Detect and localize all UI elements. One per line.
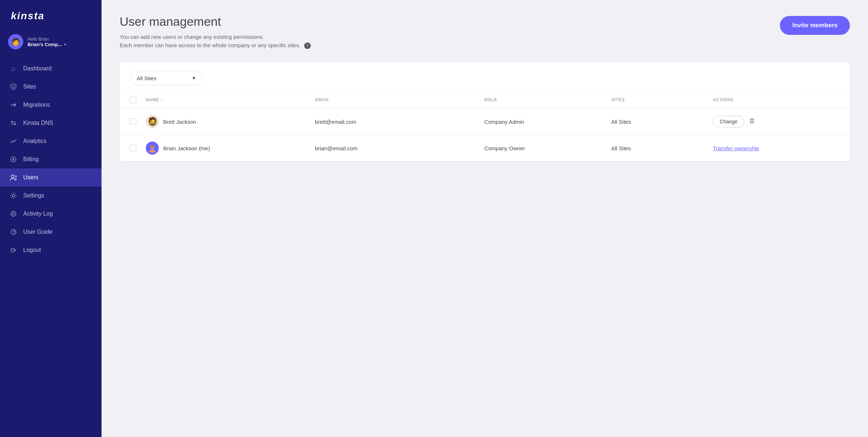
logo: kinsta xyxy=(0,0,102,29)
svg-point-11 xyxy=(151,145,154,148)
sidebar-item-migrations[interactable]: Migrations xyxy=(0,96,102,114)
activity-log-icon xyxy=(9,210,17,218)
sort-icon: ↑ xyxy=(161,97,163,102)
row-checkbox-cell xyxy=(130,118,146,125)
sites-col-header: SITES xyxy=(611,97,713,102)
main-content: User management You can add new users or… xyxy=(102,0,868,437)
user-greeting: Hello Brian xyxy=(28,37,94,42)
delete-icon[interactable] xyxy=(749,118,755,126)
sidebar-item-logout[interactable]: Logout xyxy=(0,241,102,259)
sidebar-item-analytics[interactable]: Analytics xyxy=(0,132,102,150)
home-icon: ⌂ xyxy=(9,65,17,73)
analytics-icon xyxy=(9,137,17,145)
help-icon[interactable]: ? xyxy=(304,42,311,49)
table-row: 🧔 Brett Jackson brett@email.com Company … xyxy=(120,109,850,135)
sites-cell: All Sites xyxy=(611,119,713,125)
svg-point-2 xyxy=(15,176,16,177)
table-header: NAME ↑ EMAIL ROLE SITES ACTIONS xyxy=(120,91,850,109)
email-cell: brett@email.com xyxy=(315,119,484,125)
avatar xyxy=(146,142,159,155)
user-info: Hello Brian Brian's Comp... ▾ xyxy=(28,37,94,47)
sidebar-item-label: User Guide xyxy=(23,229,53,235)
invite-members-button[interactable]: Invite members xyxy=(780,16,850,35)
svg-point-6 xyxy=(12,213,15,215)
sidebar-item-dashboard[interactable]: ⌂ Dashboard xyxy=(0,60,102,78)
svg-point-1 xyxy=(11,175,14,178)
sidebar-item-label: Migrations xyxy=(23,102,50,108)
sidebar-item-users[interactable]: Users xyxy=(0,168,102,187)
users-table: NAME ↑ EMAIL ROLE SITES ACTIONS 🧔 Brett … xyxy=(120,91,850,161)
users-icon xyxy=(9,173,17,181)
page-description-2: Each member can have access to the whole… xyxy=(120,42,311,49)
row-checkbox[interactable] xyxy=(130,118,136,125)
email-cell: brian@email.com xyxy=(315,145,484,151)
sidebar-item-user-guide[interactable]: User Guide xyxy=(0,223,102,241)
select-all-checkbox[interactable] xyxy=(130,97,136,103)
table-row: Brian Jackson (me) brian@email.com Compa… xyxy=(120,135,850,161)
page-title: User management xyxy=(120,15,311,29)
logout-icon xyxy=(9,246,17,254)
row-checkbox[interactable] xyxy=(130,145,136,151)
svg-point-5 xyxy=(11,211,16,216)
sidebar-item-label: Settings xyxy=(23,192,44,199)
dns-icon xyxy=(9,119,17,127)
svg-point-7 xyxy=(11,229,16,234)
users-card: All Sites ▾ NAME ↑ EMAIL ROLE SITES ACTI… xyxy=(120,62,850,161)
name-col-header: NAME ↑ xyxy=(146,97,315,102)
page-description-1: You can add new users or change any exis… xyxy=(120,34,311,40)
sidebar-item-label: Logout xyxy=(23,247,41,253)
sidebar-item-label: Users xyxy=(23,174,38,181)
transfer-ownership-link[interactable]: Transfer ownership xyxy=(713,145,759,151)
avatar: 🧔 xyxy=(146,115,159,128)
svg-point-8 xyxy=(13,233,14,234)
svg-point-4 xyxy=(12,195,15,197)
sidebar-item-label: Analytics xyxy=(23,138,46,144)
actions-cell: Transfer ownership xyxy=(713,145,840,151)
sites-cell: All Sites xyxy=(611,145,713,151)
chevron-down-icon: ▾ xyxy=(193,75,195,81)
card-header: All Sites ▾ xyxy=(120,62,850,91)
name-cell: 🧔 Brett Jackson xyxy=(146,115,315,128)
pointer-arrow xyxy=(94,170,102,185)
nav-menu: ⌂ Dashboard Sites Migrations xyxy=(0,57,102,262)
avatar: 🧑 xyxy=(8,34,23,49)
role-col-header: ROLE xyxy=(484,97,611,102)
name-cell: Brian Jackson (me) xyxy=(146,142,315,155)
sidebar-item-label: Billing xyxy=(23,156,39,163)
sidebar-item-billing[interactable]: Billing xyxy=(0,150,102,168)
sidebar-item-label: Sites xyxy=(23,83,36,90)
row-checkbox-cell xyxy=(130,145,146,151)
filter-label: All Sites xyxy=(137,75,156,81)
checkbox-col-header xyxy=(130,97,146,103)
sites-icon xyxy=(9,83,17,91)
all-sites-filter[interactable]: All Sites ▾ xyxy=(130,71,202,85)
page-header: User management You can add new users or… xyxy=(120,15,850,51)
chevron-down-icon: ▾ xyxy=(64,42,66,46)
user-section[interactable]: 🧑 Hello Brian Brian's Comp... ▾ xyxy=(0,29,102,57)
role-cell: Company Owner xyxy=(484,145,611,151)
header-left: User management You can add new users or… xyxy=(120,15,311,51)
sidebar-item-kinsta-dns[interactable]: Kinsta DNS xyxy=(0,114,102,132)
migrations-icon xyxy=(9,101,17,109)
user-name: Brian Jackson (me) xyxy=(163,145,210,151)
sidebar-item-settings[interactable]: Settings xyxy=(0,187,102,205)
sidebar: kinsta 🧑 Hello Brian Brian's Comp... ▾ ⌂… xyxy=(0,0,102,437)
user-name: Brett Jackson xyxy=(163,119,196,125)
email-col-header: EMAIL xyxy=(315,97,484,102)
sidebar-item-label: Kinsta DNS xyxy=(23,120,53,126)
actions-col-header: ACTIONS xyxy=(713,97,840,102)
role-cell: Company Admin xyxy=(484,119,611,125)
sidebar-item-activity-log[interactable]: Activity Log xyxy=(0,205,102,223)
user-guide-icon xyxy=(9,228,17,236)
user-company: Brian's Comp... ▾ xyxy=(28,42,94,47)
sidebar-item-label: Activity Log xyxy=(23,211,53,217)
settings-icon xyxy=(9,192,17,200)
sidebar-item-label: Dashboard xyxy=(23,65,51,72)
billing-icon xyxy=(9,155,17,163)
sidebar-item-sites[interactable]: Sites xyxy=(0,78,102,96)
actions-cell: Change xyxy=(713,116,840,127)
change-button[interactable]: Change xyxy=(713,116,744,127)
